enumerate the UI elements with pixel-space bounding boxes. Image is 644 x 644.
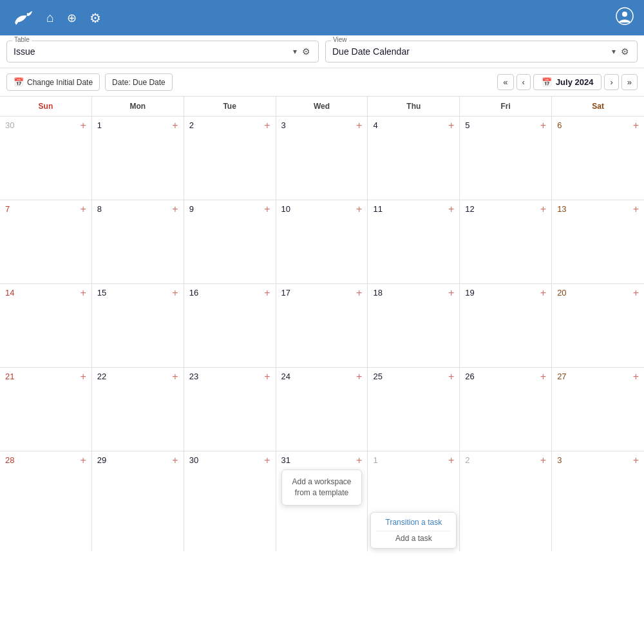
- cell-jul-5: 5 +: [460, 117, 552, 200]
- table-selector[interactable]: Table Issue ▾ ⚙: [6, 41, 319, 62]
- cell-header: 1 +: [95, 119, 181, 132]
- table-view-toolbar: Table Issue ▾ ⚙ View Due Date Calendar ▾…: [0, 35, 644, 68]
- cell-header: 10 +: [279, 203, 365, 216]
- month-label: July 2024: [556, 77, 594, 87]
- cell-header: 5 +: [462, 119, 549, 132]
- cell-jul-21: 21 +: [0, 368, 92, 451]
- add-event-button[interactable]: +: [630, 203, 641, 216]
- add-event-button[interactable]: +: [630, 287, 641, 299]
- add-event-button[interactable]: +: [78, 203, 89, 216]
- add-event-button[interactable]: +: [169, 119, 180, 132]
- cell-jul-10: 10 +: [276, 200, 368, 284]
- date-filter-button[interactable]: Date: Due Date: [105, 73, 173, 91]
- cell-header: 9 +: [187, 203, 273, 216]
- add-event-button[interactable]: +: [538, 287, 549, 299]
- nav-next-button[interactable]: ›: [604, 74, 618, 90]
- date-number: 1: [370, 454, 380, 466]
- cell-header: 31 +: [279, 454, 365, 467]
- add-event-button[interactable]: +: [261, 287, 272, 299]
- add-event-button[interactable]: +: [630, 119, 641, 132]
- bird-logo[interactable]: [10, 6, 33, 30]
- add-event-button[interactable]: +: [538, 370, 549, 383]
- cell-jul-23: 23 +: [184, 368, 276, 451]
- day-header-fri: Fri: [460, 97, 552, 116]
- cell-header: 30 +: [3, 119, 89, 132]
- table-value: Issue: [14, 46, 35, 57]
- view-selector[interactable]: View Due Date Calendar ▾ ⚙: [325, 41, 638, 62]
- day-header-wed: Wed: [276, 97, 368, 116]
- add-event-button[interactable]: +: [354, 287, 365, 299]
- table-label: Table: [12, 36, 32, 43]
- date-number: 16: [187, 287, 201, 299]
- svg-point-0: [27, 13, 29, 15]
- cell-header: 19 +: [462, 287, 549, 299]
- cell-jul-26: 26 +: [460, 368, 552, 451]
- user-icon[interactable]: [616, 7, 634, 29]
- cell-jul-31: 31 + Add a workspace from a template: [276, 451, 368, 551]
- month-display[interactable]: 📅 July 2024: [533, 74, 602, 90]
- add-event-button[interactable]: +: [446, 370, 457, 383]
- add-event-button[interactable]: +: [446, 119, 457, 132]
- controls-bar: 📅 Change Initial Date Date: Due Date « ‹…: [0, 68, 644, 97]
- add-event-button[interactable]: +: [446, 454, 457, 467]
- table-gear-button[interactable]: ⚙: [301, 45, 312, 58]
- change-initial-date-button[interactable]: 📅 Change Initial Date: [6, 73, 100, 91]
- view-value: Due Date Calendar: [332, 46, 410, 57]
- nav-prev-button[interactable]: ‹: [516, 74, 531, 90]
- transition-task-label[interactable]: Transition a task: [376, 518, 451, 527]
- cell-aug-1: 1 + Transition a task Add a task: [368, 451, 460, 551]
- cell-jul-11: 11 +: [368, 200, 460, 284]
- add-event-button[interactable]: +: [78, 287, 89, 299]
- date-number: 27: [554, 370, 569, 383]
- nav-last-button[interactable]: »: [621, 74, 638, 90]
- add-event-button[interactable]: +: [78, 454, 89, 467]
- nav-left: ⌂ ⊕ ⚙: [10, 6, 101, 30]
- cell-jul-14: 14 +: [0, 284, 92, 368]
- date-number: 13: [554, 203, 569, 215]
- cell-header: 3 +: [279, 119, 365, 132]
- gear-icon[interactable]: ⚙: [90, 10, 101, 26]
- date-number: 10: [279, 203, 293, 215]
- view-dropdown-arrow[interactable]: ▾: [612, 47, 616, 56]
- nav-first-button[interactable]: «: [497, 74, 513, 90]
- add-event-button[interactable]: +: [78, 370, 89, 383]
- add-event-button[interactable]: +: [169, 287, 180, 299]
- date-number: 1: [95, 119, 104, 131]
- date-number: 8: [95, 203, 104, 215]
- add-event-button[interactable]: +: [630, 454, 641, 467]
- add-event-button[interactable]: +: [538, 454, 549, 467]
- add-event-button[interactable]: +: [354, 454, 365, 467]
- date-number: 3: [554, 454, 564, 466]
- add-event-button[interactable]: +: [261, 454, 272, 467]
- table-dropdown-arrow[interactable]: ▾: [293, 47, 297, 56]
- add-event-button[interactable]: +: [446, 203, 457, 216]
- add-event-button[interactable]: +: [354, 370, 365, 383]
- database-icon[interactable]: ⊕: [67, 11, 77, 25]
- view-gear-button[interactable]: ⚙: [620, 45, 630, 58]
- add-event-button[interactable]: +: [446, 287, 457, 299]
- date-number: 30: [3, 119, 17, 131]
- add-event-button[interactable]: +: [169, 454, 180, 467]
- add-event-button[interactable]: +: [538, 203, 549, 216]
- cell-header: 28 +: [3, 454, 89, 467]
- month-calendar-icon: 📅: [542, 77, 552, 87]
- cell-header: 6 +: [554, 119, 641, 132]
- cell-jul-29: 29 +: [92, 451, 184, 551]
- add-event-button[interactable]: +: [261, 203, 272, 216]
- add-event-button[interactable]: +: [354, 203, 365, 216]
- add-event-button[interactable]: +: [538, 119, 549, 132]
- day-header-mon: Mon: [92, 97, 184, 116]
- add-event-button[interactable]: +: [261, 119, 272, 132]
- add-event-button[interactable]: +: [169, 203, 180, 216]
- day-header-thu: Thu: [368, 97, 460, 116]
- add-event-button[interactable]: +: [169, 370, 180, 383]
- date-number: 23: [187, 370, 201, 383]
- add-event-button[interactable]: +: [354, 119, 365, 132]
- add-task-button[interactable]: Add a task: [376, 534, 451, 543]
- home-icon[interactable]: ⌂: [46, 10, 54, 25]
- add-event-button[interactable]: +: [261, 370, 272, 383]
- add-event-button[interactable]: +: [630, 370, 641, 383]
- table-controls: ▾ ⚙: [293, 45, 312, 58]
- add-workspace-popup[interactable]: Add a workspace from a template: [281, 469, 363, 506]
- add-event-button[interactable]: +: [78, 119, 89, 132]
